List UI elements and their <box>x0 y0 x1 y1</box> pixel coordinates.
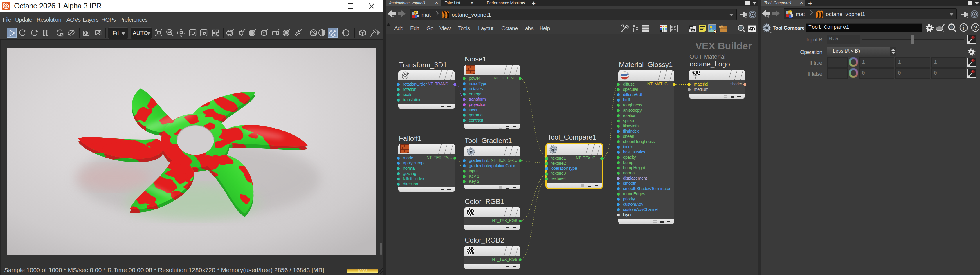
svg-text:i: i <box>963 24 964 31</box>
svg-text:+: + <box>714 29 716 33</box>
svg-text:?: ? <box>974 24 977 31</box>
